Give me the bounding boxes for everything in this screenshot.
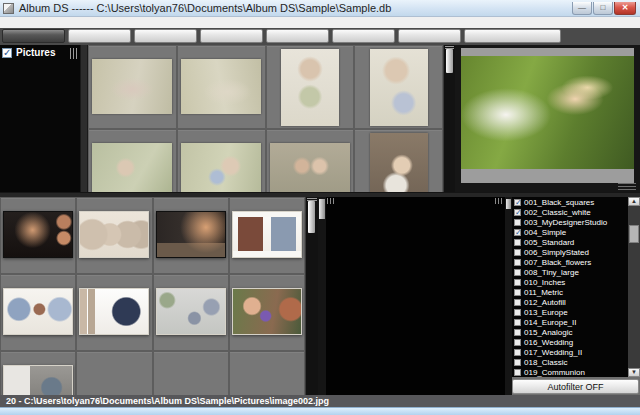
picture-thumbnail-cell[interactable] xyxy=(177,129,266,192)
pictures-grid-scrollbar[interactable] xyxy=(443,45,455,192)
vertical-splitter[interactable] xyxy=(80,45,88,192)
sheet-thumbnail[interactable] xyxy=(156,211,226,258)
sheet-thumbnail-cell[interactable] xyxy=(229,274,305,351)
style-checkbox[interactable] xyxy=(514,329,521,336)
style-list-item-001-black-squares[interactable]: 001_Black_squares xyxy=(512,197,628,207)
preview-resize-grip[interactable] xyxy=(618,183,636,190)
photo-thumbnail[interactable] xyxy=(181,143,261,192)
tab-styles[interactable] xyxy=(398,29,461,43)
sheets-grid-scrollbar[interactable] xyxy=(305,197,318,395)
scrollbar-thumb[interactable] xyxy=(308,201,315,233)
picture-thumbnail-cell[interactable] xyxy=(266,45,355,129)
style-checkbox[interactable] xyxy=(514,219,521,226)
tab-frames[interactable] xyxy=(332,29,395,43)
style-list-item-011-metric[interactable]: 011_Metric xyxy=(512,287,628,297)
style-checkbox[interactable] xyxy=(514,349,521,356)
style-checkbox[interactable] xyxy=(514,259,521,266)
sheet-preview-grip-right[interactable] xyxy=(495,198,504,204)
style-checkbox[interactable] xyxy=(514,369,521,376)
sheet-thumbnail[interactable] xyxy=(3,211,73,258)
sheet-thumbnail[interactable] xyxy=(232,288,302,335)
scrollbar-thumb[interactable] xyxy=(319,199,325,219)
sheet-thumbnail-cell[interactable] xyxy=(0,274,76,351)
title-bar[interactable]: Album DS ------ C:\Users\tolyan76\Docume… xyxy=(0,0,640,17)
style-checkbox[interactable] xyxy=(514,309,521,316)
sheet-thumbnail[interactable] xyxy=(3,365,73,395)
picture-thumbnail-cell[interactable] xyxy=(177,45,266,129)
style-checkbox[interactable] xyxy=(514,339,521,346)
style-checkbox[interactable] xyxy=(514,199,521,206)
picture-thumbnail-cell[interactable] xyxy=(88,129,177,192)
maximize-button[interactable]: □ xyxy=(593,2,613,15)
style-list-item-015-analogic[interactable]: 015_Analogic xyxy=(512,327,628,337)
photo-thumbnail[interactable] xyxy=(281,49,339,126)
style-checkbox[interactable] xyxy=(514,239,521,246)
style-list-item-007-black-flowers[interactable]: 007_Black_flowers xyxy=(512,257,628,267)
style-checkbox[interactable] xyxy=(514,359,521,366)
scrollbar-thumb[interactable] xyxy=(629,225,639,243)
style-checkbox[interactable] xyxy=(514,319,521,326)
sheet-thumbnail-cell[interactable] xyxy=(0,197,76,274)
picture-thumbnail-cell[interactable] xyxy=(354,129,443,192)
minimize-button[interactable]: — xyxy=(572,2,592,15)
sheet-thumbnail-cell[interactable] xyxy=(229,351,305,395)
style-checkbox[interactable] xyxy=(514,249,521,256)
sheet-thumbnail-cell[interactable] xyxy=(76,351,152,395)
sheet-thumbnail[interactable] xyxy=(156,288,226,335)
tab-backgrounds[interactable] xyxy=(200,29,263,43)
scrollbar-thumb[interactable] xyxy=(506,199,511,209)
scroll-down-arrow-icon[interactable]: ▼ xyxy=(628,368,640,377)
photo-thumbnail[interactable] xyxy=(92,59,172,114)
style-list-item-012-autofill[interactable]: 012_Autofill xyxy=(512,297,628,307)
style-list-item-016-wedding[interactable]: 016_Wedding xyxy=(512,337,628,347)
autofilter-button[interactable]: Autofilter OFF xyxy=(512,379,639,394)
sheet-preview-right-scrollbar[interactable] xyxy=(505,197,512,395)
tree-splitter-grip[interactable] xyxy=(70,48,78,59)
picture-thumbnail-cell[interactable] xyxy=(88,45,177,129)
tree-item-pictures[interactable]: Pictures xyxy=(0,45,80,60)
tab-pictures[interactable] xyxy=(2,29,65,43)
style-checkbox[interactable] xyxy=(514,269,521,276)
photo-thumbnail[interactable] xyxy=(270,143,350,192)
style-checkbox[interactable] xyxy=(514,209,521,216)
preview-photo[interactable] xyxy=(461,56,634,169)
sheet-preview-grip-left[interactable] xyxy=(327,198,336,204)
photo-thumbnail[interactable] xyxy=(92,143,172,192)
sheet-thumbnail[interactable] xyxy=(79,211,149,258)
sheet-thumbnail-cell[interactable] xyxy=(76,197,152,274)
style-list-item-010-inches[interactable]: 010_Inches xyxy=(512,277,628,287)
sheet-thumbnail[interactable] xyxy=(79,288,149,335)
photo-thumbnail[interactable] xyxy=(370,133,428,192)
style-list-item-003-mydesignerstudio[interactable]: 003_MyDesignerStudio xyxy=(512,217,628,227)
tab-extras[interactable] xyxy=(464,29,561,43)
style-checkbox[interactable] xyxy=(514,279,521,286)
sheet-thumbnail[interactable] xyxy=(232,211,302,258)
sheet-thumbnail-cell[interactable] xyxy=(153,351,229,395)
sheet-preview-left-scrollbar[interactable] xyxy=(318,197,326,395)
style-list-item-013-europe[interactable]: 013_Europe xyxy=(512,307,628,317)
sheet-thumbnail-cell[interactable] xyxy=(153,197,229,274)
style-list-item-014-europe-ii[interactable]: 014_Europe_II xyxy=(512,317,628,327)
style-list-item-004-simple[interactable]: 004_Simple xyxy=(512,227,628,237)
sheet-thumbnail-cell[interactable] xyxy=(0,351,76,395)
picture-thumbnail-cell[interactable] xyxy=(354,45,443,129)
sheet-thumbnail-cell[interactable] xyxy=(229,197,305,274)
sheet-thumbnail-cell[interactable] xyxy=(76,274,152,351)
style-checkbox[interactable] xyxy=(514,229,521,236)
style-list-item-005-standard[interactable]: 005_Standard xyxy=(512,237,628,247)
photo-thumbnail[interactable] xyxy=(370,49,428,126)
tab-clipart[interactable] xyxy=(266,29,329,43)
style-list-item-019-communion[interactable]: 019_Communion xyxy=(512,367,628,377)
close-button[interactable]: ✕ xyxy=(614,2,636,15)
sheet-thumbnail[interactable] xyxy=(3,288,73,335)
scroll-up-arrow-icon[interactable]: ▲ xyxy=(628,197,640,206)
tab-sheets[interactable] xyxy=(68,29,131,43)
styles-list-scrollbar[interactable]: ▲ ▼ xyxy=(628,197,640,377)
pictures-tree-checkbox[interactable] xyxy=(2,48,12,58)
photo-thumbnail[interactable] xyxy=(181,59,261,114)
tab-masks[interactable] xyxy=(134,29,197,43)
sheet-thumbnail-cell[interactable] xyxy=(153,274,229,351)
style-list-item-008-tiny-large[interactable]: 008_Tiny_large xyxy=(512,267,628,277)
picture-thumbnail-cell[interactable] xyxy=(266,129,355,192)
style-list-item-018-classic[interactable]: 018_Classic xyxy=(512,357,628,367)
